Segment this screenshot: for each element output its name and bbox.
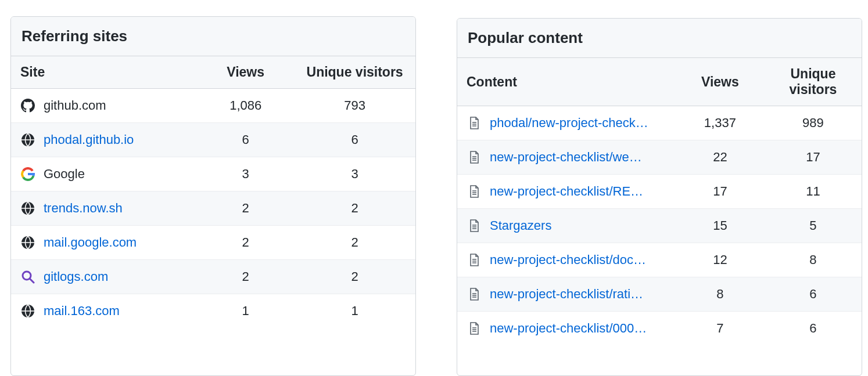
file-icon (467, 150, 482, 165)
table-row: Stargazers155 (457, 209, 862, 243)
file-icon (467, 115, 482, 131)
cell-name: phodal/new-project-check… (457, 106, 676, 140)
cell-name: Google (11, 157, 197, 191)
file-icon (467, 252, 482, 267)
cell-unique: 6 (765, 312, 862, 346)
cell-views: 6 (197, 123, 294, 157)
popular-content-table: Content Views Unique visitors phodal/new… (457, 58, 862, 345)
link-label[interactable]: new-project-checklist/we… (490, 150, 642, 165)
cell-unique: 989 (765, 106, 862, 140)
cell-name: new-project-checklist/rati… (457, 277, 676, 312)
file-icon (467, 218, 482, 233)
cell-views: 15 (676, 209, 765, 243)
text-label: Google (44, 167, 85, 182)
referring-sites-panel: Referring sites Site Views Unique visito… (10, 16, 416, 376)
cell-unique: 793 (294, 89, 415, 123)
col-content: Content (457, 58, 676, 106)
cell-name: phodal.github.io (11, 123, 197, 157)
cell-name: github.com (11, 89, 197, 123)
cell-name: trends.now.sh (11, 191, 197, 226)
link-label[interactable]: Stargazers (490, 218, 551, 233)
link-label[interactable]: new-project-checklist/000… (490, 321, 647, 336)
table-row: github.com1,086793 (11, 89, 415, 123)
file-icon (467, 184, 482, 199)
link-label[interactable]: phodal/new-project-check… (490, 115, 648, 131)
github-icon (20, 98, 35, 113)
link-label[interactable]: mail.163.com (44, 303, 120, 319)
file-icon (467, 321, 482, 336)
link-label[interactable]: new-project-checklist/RE… (490, 184, 643, 199)
col-unique: Unique visitors (765, 58, 862, 106)
link-label[interactable]: new-project-checklist/rati… (490, 287, 643, 302)
globe-icon (20, 201, 35, 216)
table-row: new-project-checklist/RE…1711 (457, 175, 862, 209)
cell-unique: 6 (294, 123, 415, 157)
popular-content-title: Popular content (457, 19, 862, 58)
file-icon (467, 287, 482, 302)
cell-unique: 2 (294, 191, 415, 226)
traffic-panels: Referring sites Site Views Unique visito… (0, 0, 868, 376)
referring-sites-table: Site Views Unique visitors github.com1,0… (11, 56, 415, 328)
table-row: mail.163.com11 (11, 294, 415, 328)
google-icon (20, 167, 35, 182)
cell-name: gitlogs.com (11, 260, 197, 294)
cell-views: 12 (676, 243, 765, 277)
link-label[interactable]: mail.google.com (44, 235, 137, 250)
magnify-icon (20, 269, 35, 284)
table-row: Google33 (11, 157, 415, 191)
referring-sites-title: Referring sites (11, 17, 415, 56)
text-label: github.com (44, 98, 106, 113)
cell-unique: 6 (765, 277, 862, 312)
table-row: new-project-checklist/we…2217 (457, 140, 862, 175)
globe-icon (20, 235, 35, 250)
popular-content-panel: Popular content Content Views Unique vis… (457, 18, 862, 376)
table-row: gitlogs.com22 (11, 260, 415, 294)
table-row: new-project-checklist/rati…86 (457, 277, 862, 312)
cell-views: 2 (197, 260, 294, 294)
cell-unique: 3 (294, 157, 415, 191)
cell-unique: 8 (765, 243, 862, 277)
cell-views: 7 (676, 312, 765, 346)
table-row: new-project-checklist/doc…128 (457, 243, 862, 277)
svg-line-4 (30, 279, 34, 283)
link-label[interactable]: gitlogs.com (44, 269, 108, 284)
globe-icon (20, 132, 35, 147)
col-site: Site (11, 56, 197, 89)
cell-views: 2 (197, 191, 294, 226)
globe-icon (20, 303, 35, 319)
cell-unique: 2 (294, 260, 415, 294)
cell-unique: 11 (765, 175, 862, 209)
cell-views: 1,337 (676, 106, 765, 140)
link-label[interactable]: phodal.github.io (44, 132, 134, 147)
link-label[interactable]: new-project-checklist/doc… (490, 252, 646, 267)
cell-unique: 5 (765, 209, 862, 243)
col-views: Views (197, 56, 294, 89)
cell-name: Stargazers (457, 209, 676, 243)
table-row: trends.now.sh22 (11, 191, 415, 226)
cell-views: 22 (676, 140, 765, 175)
cell-unique: 17 (765, 140, 862, 175)
cell-name: new-project-checklist/we… (457, 140, 676, 175)
cell-unique: 1 (294, 294, 415, 328)
cell-name: mail.163.com (11, 294, 197, 328)
cell-views: 17 (676, 175, 765, 209)
col-unique: Unique visitors (294, 56, 415, 89)
cell-unique: 2 (294, 226, 415, 260)
cell-views: 1 (197, 294, 294, 328)
table-row: mail.google.com22 (11, 226, 415, 260)
cell-views: 8 (676, 277, 765, 312)
cell-views: 2 (197, 226, 294, 260)
table-row: phodal/new-project-check…1,337989 (457, 106, 862, 140)
cell-views: 1,086 (197, 89, 294, 123)
link-label[interactable]: trends.now.sh (44, 201, 123, 216)
cell-name: new-project-checklist/000… (457, 312, 676, 346)
cell-name: new-project-checklist/doc… (457, 243, 676, 277)
cell-name: mail.google.com (11, 226, 197, 260)
cell-name: new-project-checklist/RE… (457, 175, 676, 209)
table-row: phodal.github.io66 (11, 123, 415, 157)
table-row: new-project-checklist/000…76 (457, 312, 862, 346)
col-views: Views (676, 58, 765, 106)
cell-views: 3 (197, 157, 294, 191)
